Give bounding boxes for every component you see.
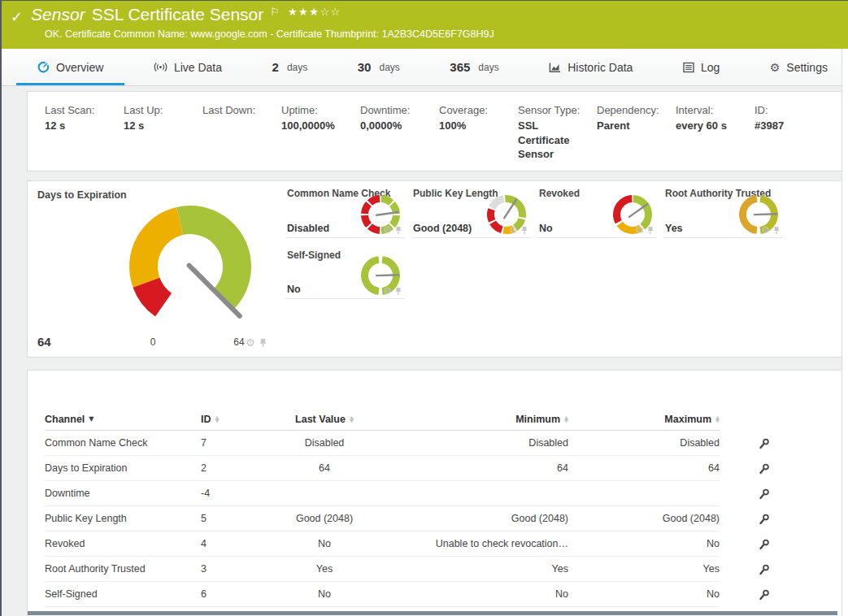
wrench-icon bbox=[759, 463, 770, 475]
info-downtime: Downtime: 0,0000% bbox=[360, 104, 439, 171]
info-value: every 60 s bbox=[676, 119, 745, 133]
column-header-minimum[interactable]: Minimum▲▼ bbox=[396, 414, 568, 425]
gauge-scale-min: 0 bbox=[137, 336, 169, 348]
object-kind-label: Sensor bbox=[31, 5, 85, 24]
gauge-pin-icon[interactable] bbox=[395, 287, 402, 296]
broadcast-icon bbox=[154, 62, 167, 72]
sensor-name: SSL Certificate Sensor bbox=[92, 5, 264, 24]
days-to-expiration-gauge-dial bbox=[28, 181, 285, 358]
tab-label: Log bbox=[701, 61, 720, 74]
wrench-icon bbox=[759, 438, 770, 449]
stars-filled[interactable]: ★★★ bbox=[288, 6, 320, 18]
gauge-current-value: No bbox=[287, 284, 301, 295]
info-label: Interval: bbox=[676, 104, 745, 116]
gauge-title: Self-Signed bbox=[287, 249, 341, 261]
wrench-icon bbox=[759, 539, 770, 550]
gauge-current-value: No bbox=[539, 223, 553, 234]
table-header-row: Channel▼ ID▲▼ Last Value▲▼ Minimum▲▼ Max… bbox=[45, 409, 824, 431]
wrench-icon bbox=[759, 514, 770, 525]
column-header-last-value[interactable]: Last Value▲▼ bbox=[253, 414, 396, 425]
tab-settings[interactable]: ⚙ Settings bbox=[760, 49, 837, 85]
wrench-icon bbox=[759, 589, 770, 601]
gauge-title: Revoked bbox=[539, 188, 580, 199]
gauge-settings-gear-icon[interactable]: ⚙ bbox=[635, 225, 644, 235]
table-row[interactable]: Self-Signed 6 No No No bbox=[45, 582, 824, 607]
gauge-pin-icon[interactable] bbox=[395, 226, 402, 235]
window-left-border bbox=[0, 0, 2, 616]
status-ok-check-icon: ✓ bbox=[11, 8, 23, 25]
info-value: 100,0000% bbox=[281, 119, 350, 133]
column-header-channel[interactable]: Channel▼ bbox=[45, 414, 201, 425]
priority-stars[interactable]: ★★★☆☆ bbox=[288, 6, 341, 18]
gauge-pin-icon[interactable] bbox=[647, 226, 654, 235]
tab-days-unit: days bbox=[379, 62, 399, 73]
column-header-id[interactable]: ID▲▼ bbox=[201, 414, 253, 425]
info-value: 0,0000% bbox=[360, 119, 429, 133]
channels-table-panel: Channel▼ ID▲▼ Last Value▲▼ Minimum▲▼ Max… bbox=[27, 370, 842, 616]
info-label: Sensor Type: bbox=[518, 104, 587, 116]
tab-30-days[interactable]: 30days bbox=[348, 49, 410, 85]
gauge-settings-gear-icon[interactable]: ⚙ bbox=[383, 225, 392, 235]
tab-historic-data[interactable]: Historic Data bbox=[539, 49, 642, 85]
info-label: ID: bbox=[755, 104, 824, 116]
tab-days-unit: days bbox=[478, 62, 498, 73]
gauge-pin-icon[interactable] bbox=[521, 226, 528, 235]
wrench-icon bbox=[759, 488, 770, 500]
column-header-maximum[interactable]: Maximum▲▼ bbox=[568, 414, 720, 425]
table-row[interactable]: Downtime -4 bbox=[45, 481, 824, 506]
info-label: Last Scan: bbox=[45, 104, 114, 116]
gauge-pin-icon[interactable] bbox=[773, 226, 780, 235]
chart-icon bbox=[549, 62, 561, 73]
gauge-settings-gear-icon[interactable]: ⚙ bbox=[761, 225, 770, 235]
info-coverage: Coverage: 100% bbox=[439, 104, 518, 171]
edit-channel-button[interactable] bbox=[720, 431, 809, 456]
gauge-days-to-expiration: Days to Expiration 0 64 64 ⚙ bbox=[28, 181, 285, 358]
info-value: 12 s bbox=[124, 119, 193, 133]
gauge-revoked: Revoked No ⚙ bbox=[537, 181, 657, 238]
gauge-current-value: Yes bbox=[665, 223, 683, 234]
edit-channel-button[interactable] bbox=[720, 582, 809, 607]
sort-both-icon: ▲▼ bbox=[215, 416, 220, 423]
info-id: ID: #3987 bbox=[755, 104, 833, 171]
info-dependency: Dependency: Parent bbox=[597, 104, 676, 171]
tab-2-days[interactable]: 2days bbox=[263, 49, 318, 85]
gauge-settings-gear-icon[interactable]: ⚙ bbox=[509, 225, 518, 235]
stars-empty[interactable]: ☆☆ bbox=[320, 6, 341, 18]
table-row[interactable]: Root Authority Trusted 3 Yes Yes Yes bbox=[45, 557, 824, 582]
edit-channel-button[interactable] bbox=[720, 481, 809, 506]
tab-365-days[interactable]: 365days bbox=[440, 49, 508, 85]
gauges-panel: Days to Expiration 0 64 64 ⚙ Common Name… bbox=[27, 180, 842, 358]
tab-live-data[interactable]: Live Data bbox=[144, 49, 232, 85]
table-row[interactable]: Public Key Length 5 Good (2048) Good (20… bbox=[45, 506, 824, 531]
flag-icon[interactable]: ⚐ bbox=[270, 6, 280, 18]
tab-bar: Overview Live Data 2days 30days 365days … bbox=[0, 49, 842, 86]
edit-channel-button[interactable] bbox=[720, 506, 809, 531]
gauge-public-key-length: Public Key Length Good (2048) ⚙ bbox=[411, 181, 531, 238]
edit-channel-button[interactable] bbox=[720, 531, 809, 557]
wrench-icon bbox=[759, 564, 770, 575]
small-gauges-grid: Common Name Check Disabled ⚙ Public Key … bbox=[285, 181, 783, 299]
sort-both-icon: ▲▼ bbox=[350, 416, 354, 423]
gauge-pin-icon[interactable] bbox=[259, 338, 267, 348]
gauge-current-value: Disabled bbox=[287, 223, 329, 234]
edit-channel-button[interactable] bbox=[720, 456, 809, 481]
info-value: #3987 bbox=[755, 119, 824, 133]
gauge-icon bbox=[37, 61, 50, 73]
gauge-settings-gear-icon[interactable]: ⚙ bbox=[383, 286, 392, 296]
tab-label: Overview bbox=[56, 61, 103, 74]
table-row[interactable]: Days to Expiration 2 64 64 64 bbox=[45, 456, 824, 481]
info-last-scan: Last Scan: 12 s bbox=[45, 104, 124, 171]
info-value: SSL Certificate Sensor bbox=[518, 119, 587, 162]
info-last-down: Last Down: bbox=[202, 104, 281, 171]
right-scroll-gutter bbox=[841, 49, 848, 616]
table-row[interactable]: Revoked 4 No Unable to check revocation…… bbox=[45, 531, 824, 557]
sensor-status-message: OK. Certificate Common Name: www.google.… bbox=[45, 28, 494, 40]
tab-overview[interactable]: Overview bbox=[28, 49, 113, 85]
info-label: Uptime: bbox=[281, 104, 350, 116]
tab-days-number: 30 bbox=[358, 60, 372, 74]
table-row[interactable]: Common Name Check 7 Disabled Disabled Di… bbox=[45, 431, 824, 456]
edit-channel-button[interactable] bbox=[720, 557, 809, 582]
horizontal-scrollbar[interactable] bbox=[28, 611, 837, 615]
tab-log[interactable]: Log bbox=[673, 49, 729, 85]
gauge-settings-gear-icon[interactable]: ⚙ bbox=[246, 337, 255, 348]
